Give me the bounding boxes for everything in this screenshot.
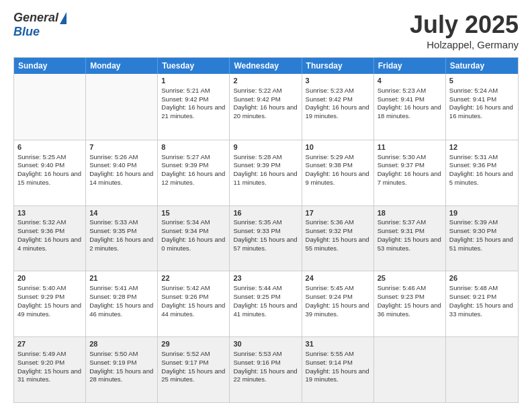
calendar-cell: 6Sunrise: 5:25 AMSunset: 9:40 PMDaylight… — [14, 140, 86, 205]
day-number: 11 — [378, 142, 442, 152]
header-right: July 2025 Holzappel, Germany — [410, 11, 519, 50]
day-number: 27 — [17, 339, 82, 349]
daylight-text: Daylight: 15 hours and 19 minutes. — [306, 367, 369, 383]
daylight-text: Daylight: 16 hours and 2 minutes. — [89, 236, 153, 252]
calendar-cell: 7Sunrise: 5:26 AMSunset: 9:40 PMDaylight… — [86, 140, 158, 205]
day-number: 3 — [306, 76, 370, 86]
sunset-text: Sunset: 9:28 PM — [89, 293, 136, 300]
sunset-text: Sunset: 9:29 PM — [17, 293, 64, 300]
sunset-text: Sunset: 9:23 PM — [378, 293, 425, 300]
sunrise-text: Sunrise: 5:24 AM — [449, 87, 498, 94]
sunset-text: Sunset: 9:40 PM — [17, 161, 64, 169]
sunset-text: Sunset: 9:14 PM — [306, 359, 353, 366]
daylight-text: Daylight: 15 hours and 53 minutes. — [378, 236, 441, 252]
day-number: 12 — [449, 142, 515, 152]
day-number: 8 — [161, 142, 226, 152]
daylight-text: Daylight: 16 hours and 11 minutes. — [233, 170, 297, 186]
day-number: 21 — [89, 273, 154, 283]
sunset-text: Sunset: 9:31 PM — [378, 227, 425, 234]
daylight-text: Daylight: 16 hours and 19 minutes. — [306, 103, 369, 120]
location: Holzappel, Germany — [410, 39, 519, 50]
sunrise-text: Sunrise: 5:49 AM — [17, 350, 66, 357]
day-number: 7 — [89, 142, 154, 152]
daylight-text: Daylight: 16 hours and 7 minutes. — [378, 170, 441, 186]
sunset-text: Sunset: 9:17 PM — [161, 359, 208, 366]
month-title: July 2025 — [410, 11, 519, 39]
sunrise-text: Sunrise: 5:48 AM — [449, 284, 498, 291]
day-of-week-sunday: Sunday — [14, 58, 86, 74]
day-of-week-wednesday: Wednesday — [230, 58, 302, 74]
page: General Blue July 2025 Holzappel, German… — [0, 0, 532, 411]
day-number: 10 — [306, 142, 370, 152]
daylight-text: Daylight: 15 hours and 39 minutes. — [306, 302, 369, 318]
sunrise-text: Sunrise: 5:25 AM — [17, 153, 66, 161]
day-number: 26 — [449, 273, 515, 283]
day-number: 24 — [306, 273, 370, 283]
daylight-text: Daylight: 15 hours and 46 minutes. — [89, 302, 153, 318]
header: General Blue July 2025 Holzappel, German… — [13, 11, 519, 50]
sunset-text: Sunset: 9:19 PM — [89, 359, 136, 366]
calendar-cell: 15Sunrise: 5:34 AMSunset: 9:34 PMDayligh… — [158, 206, 230, 271]
calendar-body: 1Sunrise: 5:21 AMSunset: 9:42 PMDaylight… — [14, 74, 518, 402]
day-number: 20 — [17, 273, 82, 283]
day-number: 28 — [89, 339, 154, 349]
calendar-week-4: 20Sunrise: 5:40 AMSunset: 9:29 PMDayligh… — [14, 271, 518, 336]
calendar-cell: 23Sunrise: 5:44 AMSunset: 9:25 PMDayligh… — [230, 271, 302, 336]
calendar-cell: 16Sunrise: 5:35 AMSunset: 9:33 PMDayligh… — [230, 206, 302, 271]
day-number: 29 — [161, 339, 226, 349]
day-number: 17 — [306, 208, 370, 218]
calendar-cell: 4Sunrise: 5:23 AMSunset: 9:41 PMDaylight… — [374, 74, 446, 140]
daylight-text: Daylight: 16 hours and 4 minutes. — [17, 236, 81, 252]
sunset-text: Sunset: 9:39 PM — [233, 161, 280, 169]
sunset-text: Sunset: 9:34 PM — [161, 227, 208, 234]
daylight-text: Daylight: 15 hours and 28 minutes. — [89, 367, 153, 383]
sunset-text: Sunset: 9:42 PM — [161, 95, 208, 103]
day-number: 6 — [17, 142, 82, 152]
calendar-cell: 24Sunrise: 5:45 AMSunset: 9:24 PMDayligh… — [302, 271, 374, 336]
sunrise-text: Sunrise: 5:22 AM — [233, 87, 281, 94]
calendar-cell: 17Sunrise: 5:36 AMSunset: 9:32 PMDayligh… — [302, 206, 374, 271]
sunset-text: Sunset: 9:42 PM — [233, 95, 280, 103]
daylight-text: Daylight: 15 hours and 49 minutes. — [17, 302, 81, 318]
sunset-text: Sunset: 9:20 PM — [17, 359, 64, 366]
sunrise-text: Sunrise: 5:34 AM — [161, 218, 210, 226]
daylight-text: Daylight: 15 hours and 55 minutes. — [306, 236, 369, 252]
logo-blue-text: Blue — [13, 25, 40, 39]
sunset-text: Sunset: 9:40 PM — [89, 161, 136, 169]
day-number: 2 — [233, 76, 298, 86]
sunrise-text: Sunrise: 5:30 AM — [378, 153, 426, 161]
calendar-cell: 8Sunrise: 5:27 AMSunset: 9:39 PMDaylight… — [158, 140, 230, 205]
calendar-cell: 1Sunrise: 5:21 AMSunset: 9:42 PMDaylight… — [158, 74, 230, 140]
sunrise-text: Sunrise: 5:42 AM — [161, 284, 210, 291]
day-number: 30 — [233, 339, 298, 349]
sunrise-text: Sunrise: 5:31 AM — [449, 153, 498, 161]
day-number: 9 — [233, 142, 298, 152]
calendar-cell: 31Sunrise: 5:55 AMSunset: 9:14 PMDayligh… — [302, 337, 374, 402]
sunrise-text: Sunrise: 5:45 AM — [306, 284, 354, 291]
daylight-text: Daylight: 15 hours and 36 minutes. — [378, 302, 441, 318]
calendar-cell: 19Sunrise: 5:39 AMSunset: 9:30 PMDayligh… — [446, 206, 518, 271]
calendar-cell: 2Sunrise: 5:22 AMSunset: 9:42 PMDaylight… — [230, 74, 302, 140]
calendar-cell — [86, 74, 158, 140]
calendar-cell: 5Sunrise: 5:24 AMSunset: 9:41 PMDaylight… — [446, 74, 518, 140]
daylight-text: Daylight: 15 hours and 25 minutes. — [161, 367, 225, 383]
sunrise-text: Sunrise: 5:40 AM — [17, 284, 66, 291]
calendar-cell: 22Sunrise: 5:42 AMSunset: 9:26 PMDayligh… — [158, 271, 230, 336]
calendar-cell: 30Sunrise: 5:53 AMSunset: 9:16 PMDayligh… — [230, 337, 302, 402]
daylight-text: Daylight: 16 hours and 12 minutes. — [161, 170, 225, 186]
sunset-text: Sunset: 9:25 PM — [233, 293, 280, 300]
calendar-week-2: 6Sunrise: 5:25 AMSunset: 9:40 PMDaylight… — [14, 140, 518, 205]
sunrise-text: Sunrise: 5:35 AM — [233, 218, 281, 226]
daylight-text: Daylight: 16 hours and 21 minutes. — [161, 103, 225, 120]
sunset-text: Sunset: 9:21 PM — [449, 293, 496, 300]
sunrise-text: Sunrise: 5:53 AM — [233, 350, 281, 357]
day-number: 18 — [378, 208, 442, 218]
sunset-text: Sunset: 9:36 PM — [449, 161, 496, 169]
sunset-text: Sunset: 9:42 PM — [306, 95, 353, 103]
logo-general-text: General — [13, 11, 58, 25]
daylight-text: Daylight: 16 hours and 16 minutes. — [449, 103, 513, 120]
sunrise-text: Sunrise: 5:32 AM — [17, 218, 66, 226]
sunrise-text: Sunrise: 5:29 AM — [306, 153, 354, 161]
daylight-text: Daylight: 15 hours and 33 minutes. — [449, 302, 513, 318]
daylight-text: Daylight: 16 hours and 15 minutes. — [17, 170, 81, 186]
